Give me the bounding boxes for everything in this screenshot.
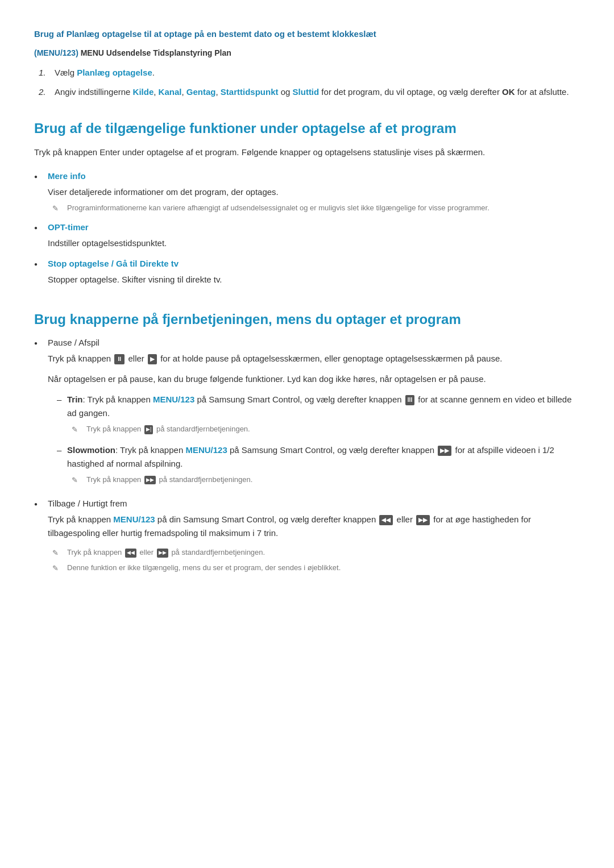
menu-path-menu: MENU [81, 48, 104, 57]
pause-desc2: Når optagelsen er på pause, kan du bruge… [48, 372, 580, 386]
trin-std-btn: ▶| [144, 425, 153, 434]
stop-optagelse-text: Stop optagelse [48, 259, 109, 268]
bullet-dot-1: ● [34, 172, 45, 181]
rew-std-btn: ◀◀ [125, 549, 136, 558]
step-1: 1. Vælg Planlæg optagelse. [39, 66, 580, 80]
pause-afspil-content: Pause / Afspil Tryk på knappen ⏸ eller ▶… [48, 336, 580, 493]
section2-heading: Brug knapperne på fjernbetjeningen, mens… [34, 310, 580, 328]
note-icon-5: ✎ [52, 563, 65, 574]
note-icon-1: ✎ [52, 203, 65, 214]
tilbage-note2: ✎ Denne funktion er ikke tilgængelig, me… [52, 562, 580, 574]
trin-note: ✎ Tryk på knappen ▶| på standardfjernbet… [72, 423, 580, 435]
section1: Brug af de tilgængelige funktioner under… [34, 119, 580, 290]
tilbage-note1-text: Tryk på knappen ◀◀ eller ▶▶ på standardf… [67, 547, 580, 558]
fwd-std-btn: ▶▶ [157, 549, 168, 558]
kanal: Kanal [159, 87, 182, 97]
menu-path-cyan: (MENU/123) [34, 48, 78, 57]
steps-list: 1. Vælg Planlæg optagelse. 2. Angiv inds… [34, 66, 580, 99]
ga-til-direkte-text: Gå til Direkte tv [116, 259, 179, 268]
starttidspunkt: Starttidspunkt [221, 87, 279, 97]
bullet-dot-2: ● [34, 223, 45, 232]
tilbage-desc: Tryk på knappen MENU/123 på din Samsung … [48, 513, 580, 540]
section2: Brug knapperne på fjernbetjeningen, mens… [34, 310, 580, 577]
slowmotion-std-btn: ▶▶ [144, 476, 156, 485]
step-1-text: Vælg Planlæg optagelse. [55, 66, 580, 80]
section1-heading: Brug af de tilgængelige funktioner under… [34, 119, 580, 137]
note-text-1: Programinformationerne kan variere afhæn… [67, 202, 580, 214]
stop-desc: Stopper optagelse. Skifter visning til d… [48, 273, 580, 286]
opt-timer-label: OPT-timer [48, 221, 580, 234]
play-btn-icon: ▶ [148, 354, 157, 364]
gentag: Gentag [186, 87, 216, 97]
section1-intro: Tryk på knappen Enter under optagelse af… [34, 146, 580, 159]
bullet-dot-5: ● [34, 500, 45, 509]
bullet-opt-timer: ● OPT-timer Indstiller optagelsestidspun… [34, 221, 580, 254]
ok-label: OK [502, 87, 515, 97]
mere-info-desc: Viser detaljerede informationer om det p… [48, 185, 580, 199]
bullet-pause-afspil: ● Pause / Afspil Tryk på knappen ⏸ eller… [34, 336, 580, 493]
rew-icon: ◀◀ [379, 515, 393, 525]
section1-bullet-list: ● Mere info Viser detaljerede informatio… [34, 169, 580, 290]
pause-btn-icon: ⏸ [114, 354, 125, 364]
pause-desc1: Tryk på knappen ⏸ eller ▶ for at holde p… [48, 352, 580, 366]
note-icon-3: ✎ [72, 475, 84, 486]
slowmotion-text: Slowmotion: Tryk på knappen MENU/123 på … [67, 445, 554, 468]
stop-label: Stop optagelse / Gå til Direkte tv [48, 257, 580, 271]
slowmotion-menu123: MENU/123 [185, 445, 227, 455]
trin-menu123: MENU/123 [153, 394, 194, 404]
bullet-mere-info: ● Mere info Viser detaljerede informatio… [34, 169, 580, 218]
slowmotion-btn-icon: ▶▶ [438, 446, 451, 456]
tilbage-label: Tilbage / Hurtigt frem [48, 497, 580, 510]
menu-path-tidsplanstyring: Tidsplanstyring [153, 48, 212, 57]
step-2-text: Angiv indstillingerne Kilde, Kanal, Gent… [55, 85, 580, 99]
fwd-icon: ▶▶ [416, 515, 430, 525]
intro-title: Brug af Planlæg optagelse til at optage … [34, 27, 580, 41]
slash-separator: / [111, 259, 116, 268]
intro-section: Brug af Planlæg optagelse til at optage … [34, 27, 580, 99]
menu-path-udsendelse: Udsendelse [106, 48, 151, 57]
mere-info-label: Mere info [48, 169, 580, 183]
step-2-num: 2. [39, 85, 55, 99]
bullet-mere-info-content: Mere info Viser detaljerede informatione… [48, 169, 580, 218]
step-2: 2. Angiv indstillingerne Kilde, Kanal, G… [39, 85, 580, 99]
bullet-dot-3: ● [34, 260, 45, 269]
tilbage-note2-text: Denne funktion er ikke tilgængelig, mens… [67, 562, 580, 574]
mere-info-note: ✎ Programinformationerne kan variere afh… [52, 202, 580, 214]
sub-bullet-trin: Trin: Tryk på knappen MENU/123 på Samsun… [57, 393, 580, 435]
slowmotion-note: ✎ Tryk på knappen ▶▶ på standardfjernbet… [72, 474, 580, 486]
trin-btn-icon: III [405, 395, 414, 405]
note-icon-4: ✎ [52, 547, 65, 559]
tilbage-content: Tilbage / Hurtigt frem Tryk på knappen M… [48, 497, 580, 577]
tilbage-note1: ✎ Tryk på knappen ◀◀ eller ▶▶ på standar… [52, 547, 580, 559]
slowmotion-bold: Slowmotion [67, 445, 115, 455]
bullet-tilbage: ● Tilbage / Hurtigt frem Tryk på knappen… [34, 497, 580, 577]
sub-bullets: Trin: Tryk på knappen MENU/123 på Samsun… [48, 393, 580, 485]
menu-path: (MENU/123) MENU Udsendelse Tidsplanstyri… [34, 47, 580, 59]
section2-bullet-list: ● Pause / Afspil Tryk på knappen ⏸ eller… [34, 336, 580, 577]
tilbage-menu123: MENU/123 [113, 514, 155, 524]
step-1-num: 1. [39, 66, 55, 80]
bullet-dot-4: ● [34, 339, 45, 348]
kilde: Kilde [133, 87, 154, 97]
note-icon-2: ✎ [72, 424, 84, 435]
trin-note-text: Tryk på knappen ▶| på standardfjernbetje… [86, 423, 580, 435]
sluttid: Sluttid [293, 87, 320, 97]
bullet-stop-optagelse: ● Stop optagelse / Gå til Direkte tv Sto… [34, 257, 580, 290]
trin-bold: Trin [67, 394, 83, 404]
bullet-opt-content: OPT-timer Indstiller optagelsestidspunkt… [48, 221, 580, 254]
opt-timer-desc: Indstiller optagelsestidspunktet. [48, 236, 580, 250]
bullet-stop-content: Stop optagelse / Gå til Direkte tv Stopp… [48, 257, 580, 290]
trin-text: Trin: Tryk på knappen MENU/123 på Samsun… [67, 394, 572, 418]
sub-bullet-slowmotion: Slowmotion: Tryk på knappen MENU/123 på … [57, 443, 580, 486]
pause-afspil-label: Pause / Afspil [48, 336, 580, 350]
slowmotion-note-text: Tryk på knappen ▶▶ på standardfjernbetje… [86, 474, 580, 485]
step-1-link: Planlæg optagelse [77, 68, 152, 77]
menu-path-plan: Plan [214, 48, 231, 57]
